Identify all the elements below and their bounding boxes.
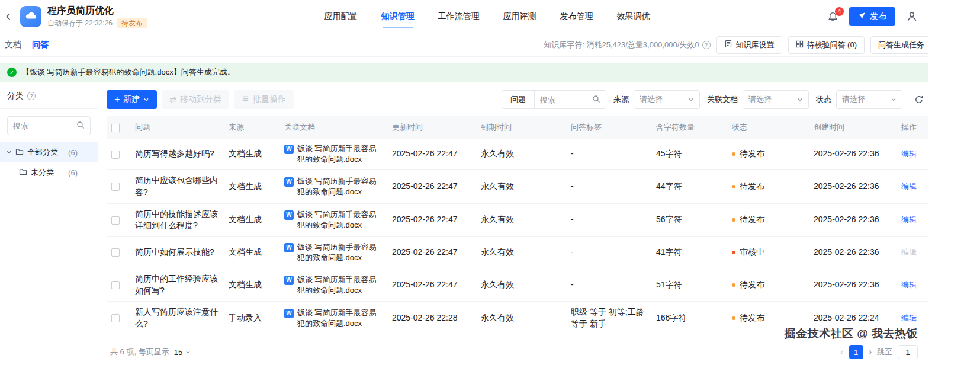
nav-tab-app-eval[interactable]: 应用评测: [502, 8, 538, 25]
notification-bell-icon[interactable]: 4: [827, 11, 838, 23]
updated-cell: 2025-02-26 22:47: [387, 236, 476, 268]
qa-table: 问题 来源 关联文档 更新时间 到期时间 问答标签 含字符数量 状态 创建时间 …: [107, 116, 928, 335]
qa-generate-task-button[interactable]: 问答生成任务: [870, 36, 928, 54]
category-item-uncategorized[interactable]: 未分类 (6): [0, 162, 98, 183]
current-page-button[interactable]: 1: [849, 345, 863, 359]
status-filter-select[interactable]: 请选择: [836, 90, 902, 109]
question-search-input[interactable]: [540, 95, 589, 104]
doc-cell: W饭谈 写简历新手最容易犯的致命问题.docx: [279, 236, 387, 268]
question-search-box[interactable]: [535, 91, 606, 108]
expire-cell: 永久有效: [476, 170, 566, 203]
chars-cell: 45字符: [651, 139, 727, 170]
row-checkbox[interactable]: [111, 281, 120, 289]
edit-button[interactable]: 编辑: [901, 182, 917, 191]
batch-actions-button[interactable]: 批量操作: [234, 90, 294, 109]
col-doc: 关联文档: [279, 116, 387, 139]
back-icon[interactable]: [2, 11, 14, 23]
tags-cell: -: [566, 170, 651, 203]
knowledge-subnav: 文档 问答 知识库字符: 消耗25,423/总量3,000,000/失效0 ? …: [0, 33, 928, 57]
row-checkbox[interactable]: [111, 183, 120, 191]
nav-tab-tuning[interactable]: 效果调优: [616, 8, 651, 25]
category-search-input[interactable]: [13, 121, 73, 130]
nav-tab-app-config[interactable]: 应用配置: [323, 8, 359, 25]
chars-cell: 166字符: [651, 302, 727, 335]
chevron-down-icon: [797, 97, 803, 103]
edit-button[interactable]: 编辑: [901, 149, 917, 158]
created-cell: 2025-02-26 22:36: [809, 268, 897, 302]
doc-cell: W饭谈 写简历新手最容易犯的致命问题.docx: [279, 268, 387, 302]
category-tree: 全部分类 (6) 未分类 (6): [0, 142, 98, 183]
nav-tab-release[interactable]: 发布管理: [559, 8, 595, 25]
row-checkbox[interactable]: [111, 216, 120, 225]
chevron-down-icon[interactable]: [6, 148, 12, 157]
question-search-group: 问题: [502, 90, 606, 109]
doc-filter-select[interactable]: 请选择: [743, 90, 809, 109]
row-checkbox[interactable]: [111, 248, 120, 257]
doc-name[interactable]: 饭谈 写简历新手最容易犯的致命问题.docx: [297, 176, 383, 197]
edit-button[interactable]: 编辑: [901, 280, 917, 289]
next-page-button[interactable]: ›: [869, 347, 872, 357]
refresh-button[interactable]: [910, 90, 928, 109]
col-actions: 操作: [897, 116, 928, 139]
tab-qa[interactable]: 问答: [32, 40, 49, 50]
user-icon[interactable]: [906, 11, 918, 23]
edit-button[interactable]: 编辑: [901, 314, 917, 322]
move-icon: ⇄: [169, 95, 176, 104]
question-cell: 简历中应该包含哪些内容?: [130, 170, 224, 203]
category-search[interactable]: [7, 116, 91, 135]
row-checkbox[interactable]: [111, 314, 120, 322]
status-badge: 待发布: [117, 18, 147, 28]
chars-cell: 41字符: [651, 236, 727, 268]
tab-documents[interactable]: 文档: [5, 40, 21, 50]
page-title: 程序员简历优化: [47, 5, 147, 16]
move-to-category-button[interactable]: ⇄ 移动到分类: [162, 90, 229, 109]
prev-page-button[interactable]: ‹: [840, 347, 843, 357]
source-cell: 文档生成: [224, 236, 279, 268]
main-nav: 应用配置 知识管理 工作流管理 应用评测 发布管理 效果调优: [153, 8, 821, 25]
search-icon: [76, 121, 85, 131]
nav-tab-knowledge-management[interactable]: 知识管理: [380, 8, 416, 25]
status-dot: [732, 185, 735, 188]
doc-name[interactable]: 饭谈 写简历新手最容易犯的致命问题.docx: [297, 308, 383, 329]
doc-name[interactable]: 饭谈 写简历新手最容易犯的致命问题.docx: [297, 274, 383, 296]
jump-label: 跳至: [877, 347, 892, 357]
qa-toolbar: + 新建 ⇄ 移动到分类 批量操作 问题: [107, 90, 928, 109]
search-icon[interactable]: [592, 95, 600, 105]
category-sidebar: 分类 ? 全部分类 (6): [0, 82, 98, 371]
kb-settings-button[interactable]: 知识库设置: [716, 36, 782, 54]
status-filter-label: 状态: [816, 94, 831, 105]
category-help-icon[interactable]: ?: [27, 92, 36, 100]
edit-button[interactable]: 编辑: [901, 248, 917, 257]
status-dot: [732, 218, 735, 222]
new-button[interactable]: + 新建: [107, 90, 157, 109]
doc-name[interactable]: 饭谈 写简历新手最容易犯的致命问题.docx: [297, 143, 383, 165]
refresh-icon: [914, 95, 924, 104]
edit-button[interactable]: 编辑: [901, 215, 917, 224]
quota-info-icon[interactable]: ?: [702, 41, 711, 49]
title-block: 程序员简历优化 自动保存于 22:32:26 待发布: [47, 5, 147, 28]
updated-cell: 2025-02-26 22:47: [387, 268, 476, 302]
status-text: 待发布: [740, 279, 764, 291]
search-category-select[interactable]: 问题: [502, 91, 535, 108]
top-header: 程序员简历优化 自动保存于 22:32:26 待发布 应用配置 知识管理 工作流…: [0, 0, 928, 33]
page-size-select[interactable]: 15: [174, 348, 191, 357]
select-all-checkbox[interactable]: [111, 124, 120, 132]
doc-name[interactable]: 饭谈 写简历新手最容易犯的致命问题.docx: [297, 209, 383, 231]
category-label: 未分类: [31, 167, 54, 178]
row-checkbox[interactable]: [111, 151, 120, 159]
pending-verify-button[interactable]: 待校验问答 (0): [788, 36, 865, 54]
autosave-text: 自动保存于 22:32:26: [47, 18, 113, 28]
success-check-icon: ✓: [7, 68, 17, 77]
status-dot: [732, 283, 735, 287]
source-filter-select[interactable]: 请选择: [634, 90, 700, 109]
created-cell: 2025-02-26 22:36: [809, 139, 897, 170]
publish-button[interactable]: 发布: [849, 7, 895, 26]
status-cell: 待发布: [727, 203, 809, 236]
category-item-all[interactable]: 全部分类 (6): [0, 142, 98, 162]
nav-tab-workflow[interactable]: 工作流管理: [437, 8, 481, 25]
doc-name[interactable]: 饭谈 写简历新手最容易犯的致命问题.docx: [297, 242, 383, 263]
jump-page-input[interactable]: [898, 345, 918, 359]
status-dot: [732, 316, 735, 320]
expire-cell: 永久有效: [476, 139, 566, 170]
status-cell: 审核中: [727, 236, 809, 268]
